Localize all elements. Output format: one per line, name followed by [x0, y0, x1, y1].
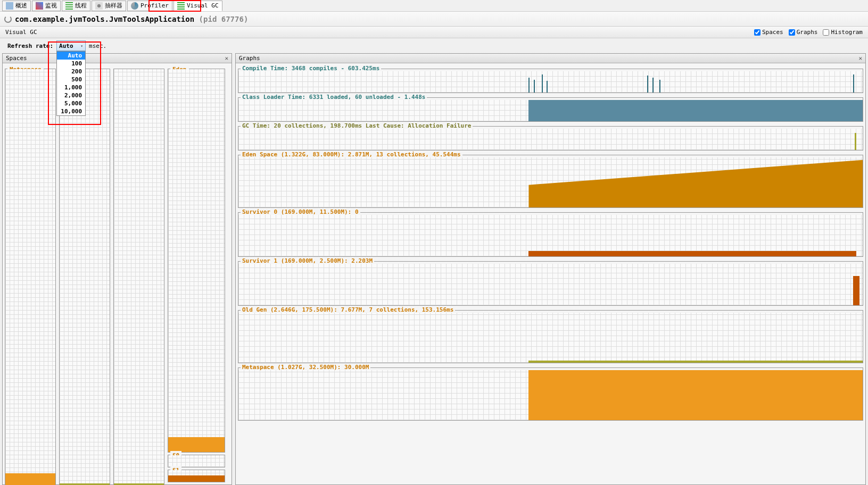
- profiler-icon: [131, 2, 138, 10]
- graph-metaspace: Metaspace (1.027G, 32.500M): 30.000M: [238, 367, 863, 421]
- graph-s0-inner: [238, 215, 863, 256]
- visualgc-icon: [177, 2, 185, 10]
- chevron-down-icon: ▾: [80, 44, 83, 48]
- space-old-graph: [60, 69, 110, 485]
- sampler-icon: [95, 2, 103, 10]
- space-metaspace: Metaspace: [5, 69, 56, 485]
- refresh-selected: Auto: [59, 43, 73, 49]
- graphs-panel-header: Graphs ✕: [236, 54, 865, 63]
- graph-s1-inner: [238, 264, 863, 305]
- tab-threads[interactable]: 线程: [62, 1, 90, 11]
- refresh-option[interactable]: 1,000: [57, 83, 85, 91]
- check-spaces[interactable]: Spaces: [754, 29, 783, 36]
- spaces-panel-title: Spaces: [6, 55, 27, 62]
- space-metaspace-graph: [5, 69, 55, 485]
- tabs-bar: 概述 监视 线程 抽样器 Profiler Visual GC: [0, 0, 868, 12]
- space-old: Old: [59, 69, 110, 485]
- space-s1-graph: [168, 470, 225, 482]
- monitor-icon: [36, 2, 43, 10]
- spaces-content: Metaspace Old Eden: [3, 63, 232, 484]
- space-s0-graph: [168, 455, 225, 467]
- title-bar: com.example.jvmTools.JvmToolsApplication…: [0, 12, 868, 27]
- refresh-label: Refresh rate:: [7, 43, 53, 49]
- graphs-panel-title: Graphs: [239, 55, 260, 62]
- space-old2-graph: [114, 69, 164, 485]
- space-eden: Eden: [168, 69, 225, 453]
- loading-icon: [4, 15, 12, 23]
- refresh-option[interactable]: 500: [57, 76, 85, 83]
- check-graphs[interactable]: Graphs: [789, 29, 818, 36]
- app-title: com.example.jvmTools.JvmToolsApplication…: [15, 15, 248, 23]
- view-checkboxes: Spaces Graphs Histogram: [754, 29, 863, 36]
- tab-monitor-label: 监视: [45, 2, 57, 10]
- graph-metaspace-inner: [238, 370, 863, 420]
- graphs-content: Compile Time: 3468 compiles - 603.425ms …: [236, 63, 865, 484]
- graph-gctime: GC Time: 20 collections, 198.700ms Last …: [238, 126, 863, 150]
- tab-overview-label: 概述: [15, 2, 27, 10]
- refresh-option[interactable]: 10,000: [57, 107, 85, 115]
- graph-compile: Compile Time: 3468 compiles - 603.425ms: [238, 69, 863, 93]
- tab-sampler[interactable]: 抽样器: [92, 1, 126, 11]
- s1-fill: [168, 475, 225, 482]
- refresh-option[interactable]: 2,000: [57, 91, 85, 99]
- tab-overview[interactable]: 概述: [2, 1, 31, 11]
- tab-visualgc-label: Visual GC: [187, 2, 219, 9]
- eden-triangle: [238, 157, 863, 207]
- graph-classloader-inner: [238, 100, 863, 121]
- graphs-panel: Graphs ✕ Compile Time: 3468 compiles - 6…: [235, 53, 866, 485]
- tab-profiler-label: Profiler: [140, 2, 169, 9]
- close-icon[interactable]: ✕: [225, 55, 228, 62]
- refresh-dropdown[interactable]: Auto ▾ Auto 100 200 500 1,000 2,000 5,00…: [56, 40, 86, 51]
- refresh-option[interactable]: Auto: [57, 52, 85, 60]
- graph-eden: Eden Space (1.322G, 83.000M): 2.871M, 13…: [238, 155, 863, 208]
- refresh-option[interactable]: 100: [57, 60, 85, 68]
- eden-fill: [168, 437, 225, 452]
- subtab-label: Visual GC: [5, 29, 37, 36]
- refresh-dropdown-list: Auto 100 200 500 1,000 2,000 5,000 10,00…: [56, 51, 86, 116]
- tab-monitor[interactable]: 监视: [32, 1, 61, 11]
- space-eden-group: Eden S0 S1: [168, 69, 225, 482]
- tab-threads-label: 线程: [75, 2, 87, 10]
- check-histogram-input[interactable]: [823, 29, 829, 36]
- metaspace-fill: [5, 473, 55, 485]
- graph-oldgen-inner: [238, 313, 863, 363]
- check-spaces-input[interactable]: [754, 29, 760, 36]
- tab-visualgc[interactable]: Visual GC: [173, 1, 222, 11]
- refresh-option[interactable]: 5,000: [57, 99, 85, 107]
- overview-icon: [6, 2, 13, 10]
- refresh-option[interactable]: 200: [57, 68, 85, 76]
- spaces-panel-header: Spaces ✕: [3, 54, 232, 63]
- graph-gctime-inner: [238, 129, 863, 150]
- spaces-panel: Spaces ✕ Metaspace Old: [2, 53, 232, 485]
- close-icon[interactable]: ✕: [858, 55, 862, 62]
- sub-bar: Visual GC Spaces Graphs Histogram: [0, 27, 868, 38]
- graph-s1: Survivor 1 (169.000M, 2.500M): 2.203M: [238, 261, 863, 306]
- tab-sampler-label: 抽样器: [105, 2, 122, 10]
- graph-oldgen: Old Gen (2.646G, 175.500M): 7.677M, 7 co…: [238, 310, 863, 363]
- space-old2: [113, 69, 164, 485]
- main-area: Spaces ✕ Metaspace Old: [0, 53, 868, 485]
- space-s1: S1: [168, 470, 225, 482]
- graph-s0: Survivor 0 (169.000M, 11.500M): 0: [238, 212, 863, 257]
- check-histogram[interactable]: Histogram: [823, 29, 863, 36]
- refresh-bar: Refresh rate: Auto ▾ Auto 100 200 500 1,…: [0, 38, 868, 53]
- pid-label: (pid 67776): [199, 15, 249, 23]
- tab-profiler[interactable]: Profiler: [127, 1, 172, 11]
- refresh-unit: msec.: [89, 43, 106, 49]
- threads-icon: [65, 2, 73, 10]
- graph-eden-inner: [238, 157, 863, 207]
- graph-compile-inner: [238, 71, 863, 93]
- refresh-dropdown-button[interactable]: Auto ▾: [56, 40, 86, 51]
- space-eden-graph: [168, 69, 225, 452]
- check-graphs-input[interactable]: [789, 29, 795, 36]
- svg-marker-0: [528, 160, 863, 207]
- graph-classloader: Class Loader Time: 6331 loaded, 60 unloa…: [238, 97, 863, 122]
